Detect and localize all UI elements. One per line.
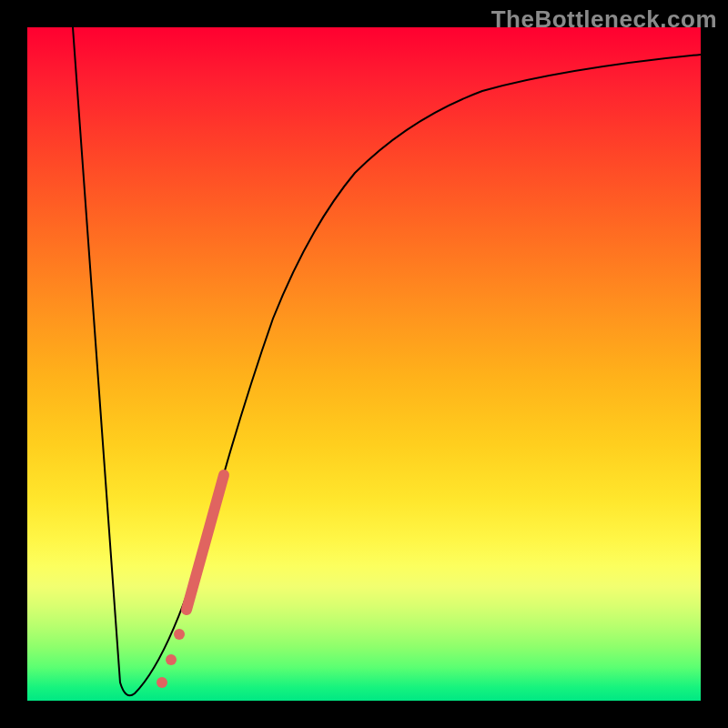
chart-plot-area	[27, 27, 701, 701]
chart-frame: TheBottleneck.com	[0, 0, 728, 728]
highlight-dot-3	[157, 677, 167, 688]
highlight-dot-1	[174, 629, 185, 640]
highlight-dot-2	[166, 654, 177, 665]
highlight-segment	[187, 475, 224, 610]
chart-svg	[27, 27, 701, 701]
watermark-text: TheBottleneck.com	[491, 5, 717, 34]
bottleneck-curve	[73, 27, 701, 695]
